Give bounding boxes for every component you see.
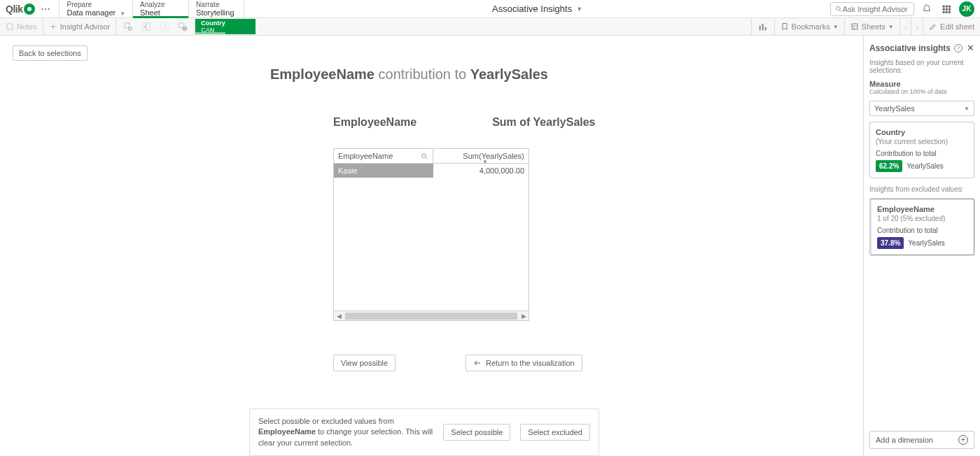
clear-selections-icon[interactable] <box>178 22 188 31</box>
more-menu-icon[interactable]: ⋯ <box>41 3 50 15</box>
svg-rect-4 <box>948 5 951 7</box>
th-employee[interactable]: EmployeeName <box>334 149 433 163</box>
insight-advisor-button[interactable]: Insight Advisor <box>43 18 117 35</box>
table-body: Kasie 4,000,000.00 <box>334 164 528 311</box>
chevron-down-icon: ▼ <box>576 6 582 13</box>
svg-rect-2 <box>943 5 945 7</box>
select-possible-button[interactable]: Select possible <box>443 424 510 441</box>
scroll-right-icon[interactable]: ▶ <box>519 313 528 320</box>
insights-bars-icon <box>757 21 769 32</box>
top-bar: Qlik ⋯ Prepare Data manager▼ Analyze She… <box>0 0 980 18</box>
selection-tool-icons <box>116 18 195 35</box>
hint-text: Select possible or excluded values from … <box>258 416 433 448</box>
view-possible-button[interactable]: View possible <box>333 355 396 371</box>
sheets-button[interactable]: Sheets ▼ <box>844 18 899 35</box>
user-avatar[interactable]: JK <box>959 1 974 17</box>
th-sum[interactable]: Sum(YearlySales) ▼ <box>433 149 528 163</box>
content-area: Back to selections EmployeeName contribu… <box>0 36 863 456</box>
notes-button[interactable]: Notes <box>0 18 43 35</box>
logo-text: Qlik <box>6 3 22 15</box>
panel-header: Associative insights ? ✕ <box>869 43 974 53</box>
card-sub: (Your current selection) <box>876 138 968 145</box>
scroll-left-icon[interactable]: ◀ <box>334 313 344 320</box>
app-logo[interactable]: Qlik <box>6 3 35 15</box>
grid-icon[interactable] <box>939 2 953 16</box>
smart-search-icon[interactable] <box>123 22 133 31</box>
nav-tabs: Prepare Data manager▼ Analyze Sheet Narr… <box>59 0 244 17</box>
svg-line-1 <box>840 10 841 11</box>
contrib-badge: 37.8% <box>877 237 904 249</box>
next-sheet-button[interactable]: › <box>911 18 923 35</box>
help-icon[interactable]: ? <box>954 44 962 52</box>
th-employee-label: EmployeeName <box>338 152 393 160</box>
nav-narrate-sub: Storytelling <box>196 8 237 17</box>
col-title-dim: EmployeeName <box>333 116 416 129</box>
headline-dim: EmployeeName <box>270 66 374 82</box>
nav-narrate[interactable]: Narrate Storytelling <box>188 0 244 17</box>
contrib-label: Contribution to total <box>877 227 968 234</box>
mid-actions: View possible Return to the visualizatio… <box>333 355 850 371</box>
svg-point-0 <box>836 6 840 10</box>
add-dim-label: Add a dimension <box>876 436 933 444</box>
measure-sub: Calculated on 100% of data <box>869 88 974 95</box>
insight-card-country[interactable]: Country (Your current selection) Contrib… <box>869 122 974 178</box>
step-forward-icon[interactable] <box>160 22 169 31</box>
nav-analyze[interactable]: Analyze Sheet <box>132 0 188 17</box>
step-back-icon[interactable] <box>141 22 151 31</box>
select-excluded-button[interactable]: Select excluded <box>520 424 590 441</box>
svg-rect-13 <box>125 23 130 28</box>
svg-rect-22 <box>852 24 858 29</box>
svg-rect-5 <box>943 8 945 10</box>
headline-measure: YearlySales <box>470 66 548 82</box>
search-icon[interactable] <box>421 152 428 160</box>
measure-section: Measure Calculated on 100% of data <box>869 80 974 95</box>
bookmarks-button[interactable]: Bookmarks ▼ <box>774 18 844 35</box>
svg-point-25 <box>422 153 426 157</box>
return-visualization-button[interactable]: Return to the visualization <box>465 355 582 371</box>
back-to-selections-button[interactable]: Back to selections <box>13 45 88 61</box>
column-titles: EmployeeName Sum of YearlySales <box>333 116 850 129</box>
nav-prepare[interactable]: Prepare Data manager▼ <box>59 0 132 17</box>
search-input[interactable] <box>843 5 909 13</box>
svg-rect-9 <box>946 10 948 13</box>
card-title: EmployeeName <box>877 205 968 213</box>
scroll-track[interactable] <box>345 313 517 320</box>
contrib-label: Contribution to total <box>876 150 968 157</box>
associative-insights-icon-button[interactable] <box>751 18 774 35</box>
main-area: Back to selections EmployeeName contribu… <box>0 36 980 456</box>
cell-name: Kasie <box>334 164 433 178</box>
card-title: Country <box>876 128 968 136</box>
nav-narrate-label: Narrate <box>196 1 237 8</box>
plus-circle-icon: + <box>958 435 968 445</box>
sheets-icon <box>850 22 859 31</box>
table-header: EmployeeName Sum(YearlySales) ▼ <box>334 149 528 164</box>
excluded-section-label: Insights from excluded values: <box>869 185 974 193</box>
headline-mid: contribution to <box>374 66 470 82</box>
svg-point-14 <box>129 27 132 31</box>
measure-select[interactable]: YearlySales ▼ <box>869 101 974 116</box>
bell-icon[interactable] <box>920 2 934 16</box>
insight-label: Insight Advisor <box>60 22 111 31</box>
svg-rect-8 <box>943 10 945 13</box>
measure-value: YearlySales <box>874 104 915 113</box>
svg-point-12 <box>52 26 54 28</box>
close-icon[interactable]: ✕ <box>967 43 974 53</box>
svg-rect-21 <box>764 27 766 31</box>
sort-indicator-icon: ▼ <box>482 159 488 165</box>
chevron-down-icon: ▼ <box>120 10 125 17</box>
selection-chip-country[interactable]: Country CAN <box>195 19 255 34</box>
app-title-dropdown[interactable]: Associative Insights ▼ <box>244 3 830 14</box>
th-sum-label: Sum(YearlySales) <box>463 152 524 160</box>
table-row[interactable]: Kasie 4,000,000.00 <box>334 164 528 178</box>
table-horizontal-scroll[interactable]: ◀ ▶ <box>334 311 528 320</box>
nav-prepare-label: Prepare <box>66 1 125 8</box>
insight-card-employeename[interactable]: EmployeeName 1 of 20 (5% excluded) Contr… <box>869 199 974 255</box>
nav-prepare-sub: Data manager <box>66 8 115 17</box>
edit-sheet-button[interactable]: Edit sheet <box>923 18 980 35</box>
add-dimension-button[interactable]: Add a dimension + <box>869 431 974 449</box>
prev-sheet-button[interactable]: ‹ <box>899 18 911 35</box>
page-headline: EmployeeName contribution to YearlySales <box>270 66 850 83</box>
notes-label: Notes <box>17 22 37 31</box>
svg-rect-20 <box>762 24 763 30</box>
insight-search[interactable] <box>830 2 914 16</box>
